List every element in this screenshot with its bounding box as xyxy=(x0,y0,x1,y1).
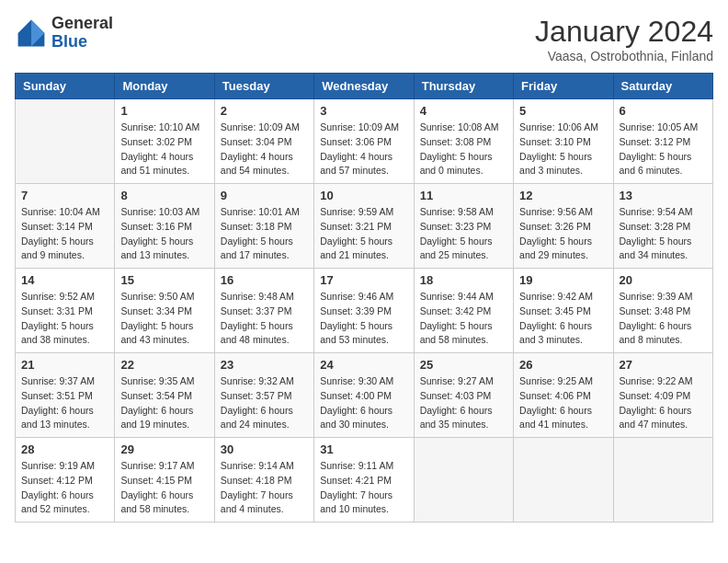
day-info: Sunrise: 9:58 AMSunset: 3:23 PMDaylight:… xyxy=(420,205,507,263)
calendar-cell: 7Sunrise: 10:04 AMSunset: 3:14 PMDayligh… xyxy=(16,184,115,269)
day-number: 16 xyxy=(221,273,308,287)
calendar-cell: 26Sunrise: 9:25 AMSunset: 4:06 PMDayligh… xyxy=(514,353,613,438)
calendar-cell: 18Sunrise: 9:44 AMSunset: 3:42 PMDayligh… xyxy=(414,269,513,353)
day-info: Sunrise: 9:11 AMSunset: 4:21 PMDaylight:… xyxy=(320,459,407,517)
day-number: 4 xyxy=(420,104,507,118)
weekday-header-monday: Monday xyxy=(115,74,214,99)
calendar-cell: 24Sunrise: 9:30 AMSunset: 4:00 PMDayligh… xyxy=(314,353,414,438)
day-info: Sunrise: 10:09 AMSunset: 3:06 PMDaylight… xyxy=(320,121,407,178)
day-number: 29 xyxy=(120,442,208,456)
day-number: 25 xyxy=(420,358,507,372)
day-number: 19 xyxy=(519,273,607,287)
title-area: January 2024 Vaasa, Ostrobothnia, Finlan… xyxy=(535,15,713,63)
calendar-cell: 16Sunrise: 9:48 AMSunset: 3:37 PMDayligh… xyxy=(214,269,313,353)
day-info: Sunrise: 9:30 AMSunset: 4:00 PMDaylight:… xyxy=(320,374,407,432)
day-info: Sunrise: 10:01 AMSunset: 3:18 PMDaylight… xyxy=(221,205,308,263)
day-info: Sunrise: 9:59 AMSunset: 3:21 PMDaylight:… xyxy=(320,205,407,263)
day-info: Sunrise: 9:48 AMSunset: 3:37 PMDaylight:… xyxy=(221,290,308,348)
day-number: 22 xyxy=(120,358,208,372)
calendar-cell: 3Sunrise: 10:09 AMSunset: 3:06 PMDayligh… xyxy=(314,99,414,184)
day-number: 27 xyxy=(620,358,707,372)
calendar-cell: 19Sunrise: 9:42 AMSunset: 3:45 PMDayligh… xyxy=(514,269,613,353)
calendar-cell: 28Sunrise: 9:19 AMSunset: 4:12 PMDayligh… xyxy=(16,438,115,523)
day-number: 28 xyxy=(21,442,108,456)
calendar-cell: 22Sunrise: 9:35 AMSunset: 3:54 PMDayligh… xyxy=(115,353,214,438)
calendar-cell: 5Sunrise: 10:06 AMSunset: 3:10 PMDayligh… xyxy=(514,99,613,184)
calendar-cell: 29Sunrise: 9:17 AMSunset: 4:15 PMDayligh… xyxy=(115,438,214,523)
calendar-table: SundayMondayTuesdayWednesdayThursdayFrid… xyxy=(15,73,713,523)
weekday-header-friday: Friday xyxy=(514,74,613,99)
calendar-cell: 1Sunrise: 10:10 AMSunset: 3:02 PMDayligh… xyxy=(115,99,214,184)
logo: General Blue xyxy=(15,15,113,52)
day-info: Sunrise: 9:32 AMSunset: 3:57 PMDaylight:… xyxy=(221,374,308,432)
calendar-week-1: 7Sunrise: 10:04 AMSunset: 3:14 PMDayligh… xyxy=(16,184,713,269)
day-number: 20 xyxy=(620,273,707,287)
calendar-body: 1Sunrise: 10:10 AMSunset: 3:02 PMDayligh… xyxy=(16,99,713,523)
calendar-cell xyxy=(16,99,115,184)
day-info: Sunrise: 9:35 AMSunset: 3:54 PMDaylight:… xyxy=(120,374,208,432)
day-number: 14 xyxy=(21,273,108,287)
calendar-cell: 9Sunrise: 10:01 AMSunset: 3:18 PMDayligh… xyxy=(214,184,313,269)
day-number: 3 xyxy=(320,104,407,118)
day-info: Sunrise: 9:25 AMSunset: 4:06 PMDaylight:… xyxy=(519,374,607,432)
day-info: Sunrise: 9:19 AMSunset: 4:12 PMDaylight:… xyxy=(21,459,108,517)
weekday-header-tuesday: Tuesday xyxy=(214,74,313,99)
day-info: Sunrise: 9:50 AMSunset: 3:34 PMDaylight:… xyxy=(120,290,208,348)
day-info: Sunrise: 9:39 AMSunset: 3:48 PMDaylight:… xyxy=(620,290,707,348)
day-number: 7 xyxy=(21,189,108,202)
day-number: 1 xyxy=(120,104,208,118)
day-info: Sunrise: 10:06 AMSunset: 3:10 PMDaylight… xyxy=(519,121,607,178)
day-number: 10 xyxy=(320,189,407,202)
day-number: 11 xyxy=(420,189,507,202)
weekday-header-wednesday: Wednesday xyxy=(314,74,414,99)
day-number: 6 xyxy=(620,104,707,118)
logo-general-text: General xyxy=(51,15,113,33)
calendar-cell: 13Sunrise: 9:54 AMSunset: 3:28 PMDayligh… xyxy=(613,184,712,269)
day-info: Sunrise: 9:37 AMSunset: 3:51 PMDaylight:… xyxy=(21,374,108,432)
day-number: 21 xyxy=(21,358,108,372)
day-info: Sunrise: 9:46 AMSunset: 3:39 PMDaylight:… xyxy=(320,290,407,348)
day-info: Sunrise: 9:54 AMSunset: 3:28 PMDaylight:… xyxy=(620,205,707,263)
day-number: 31 xyxy=(320,442,407,456)
calendar-cell: 31Sunrise: 9:11 AMSunset: 4:21 PMDayligh… xyxy=(314,438,414,523)
calendar-cell: 6Sunrise: 10:05 AMSunset: 3:12 PMDayligh… xyxy=(613,99,712,184)
location-subtitle: Vaasa, Ostrobothnia, Finland xyxy=(535,49,713,63)
day-info: Sunrise: 10:10 AMSunset: 3:02 PMDaylight… xyxy=(120,121,208,178)
day-number: 12 xyxy=(519,189,607,202)
calendar-cell: 23Sunrise: 9:32 AMSunset: 3:57 PMDayligh… xyxy=(214,353,313,438)
day-info: Sunrise: 9:52 AMSunset: 3:31 PMDaylight:… xyxy=(21,290,108,348)
logo-blue-text: Blue xyxy=(51,33,113,52)
calendar-cell: 30Sunrise: 9:14 AMSunset: 4:18 PMDayligh… xyxy=(214,438,313,523)
day-info: Sunrise: 10:03 AMSunset: 3:16 PMDaylight… xyxy=(120,205,208,263)
day-number: 18 xyxy=(420,273,507,287)
calendar-cell: 11Sunrise: 9:58 AMSunset: 3:23 PMDayligh… xyxy=(414,184,513,269)
day-number: 5 xyxy=(519,104,607,118)
day-info: Sunrise: 10:09 AMSunset: 3:04 PMDaylight… xyxy=(221,121,308,178)
calendar-cell: 20Sunrise: 9:39 AMSunset: 3:48 PMDayligh… xyxy=(613,269,712,353)
day-info: Sunrise: 9:27 AMSunset: 4:03 PMDaylight:… xyxy=(420,374,507,432)
calendar-cell xyxy=(514,438,613,523)
day-number: 9 xyxy=(221,189,308,202)
weekday-header-thursday: Thursday xyxy=(414,74,513,99)
weekday-header-sunday: Sunday xyxy=(16,74,115,99)
calendar-cell: 15Sunrise: 9:50 AMSunset: 3:34 PMDayligh… xyxy=(115,269,214,353)
day-number: 8 xyxy=(120,189,208,202)
weekday-header-saturday: Saturday xyxy=(613,74,712,99)
calendar-cell: 12Sunrise: 9:56 AMSunset: 3:26 PMDayligh… xyxy=(514,184,613,269)
day-info: Sunrise: 10:08 AMSunset: 3:08 PMDaylight… xyxy=(420,121,507,178)
day-number: 26 xyxy=(519,358,607,372)
calendar-cell: 4Sunrise: 10:08 AMSunset: 3:08 PMDayligh… xyxy=(414,99,513,184)
day-info: Sunrise: 10:04 AMSunset: 3:14 PMDaylight… xyxy=(21,205,108,263)
logo-text: General Blue xyxy=(51,15,113,52)
day-info: Sunrise: 9:14 AMSunset: 4:18 PMDaylight:… xyxy=(221,459,308,517)
day-number: 30 xyxy=(221,442,308,456)
day-number: 17 xyxy=(320,273,407,287)
day-number: 24 xyxy=(320,358,407,372)
day-info: Sunrise: 9:42 AMSunset: 3:45 PMDaylight:… xyxy=(519,290,607,348)
calendar-cell: 21Sunrise: 9:37 AMSunset: 3:51 PMDayligh… xyxy=(16,353,115,438)
calendar-week-3: 21Sunrise: 9:37 AMSunset: 3:51 PMDayligh… xyxy=(16,353,713,438)
calendar-week-2: 14Sunrise: 9:52 AMSunset: 3:31 PMDayligh… xyxy=(16,269,713,353)
day-number: 23 xyxy=(221,358,308,372)
month-title: January 2024 xyxy=(535,15,713,49)
calendar-header: SundayMondayTuesdayWednesdayThursdayFrid… xyxy=(16,74,713,99)
